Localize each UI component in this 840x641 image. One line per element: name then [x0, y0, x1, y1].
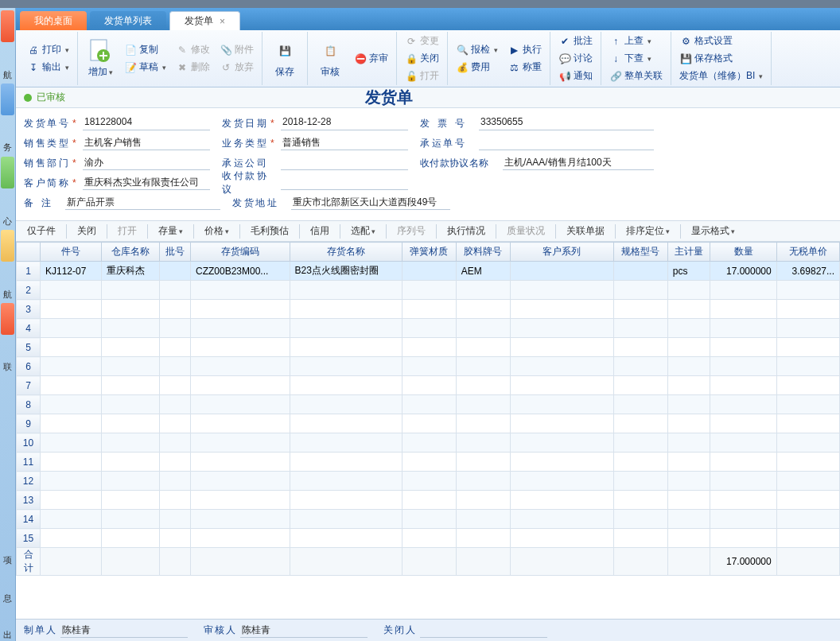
save-button[interactable]: 💾保存: [266, 32, 304, 85]
saletype-value[interactable]: 主机客户销售: [83, 136, 210, 150]
col-spec[interactable]: 规格型号: [613, 243, 667, 262]
nav-text-2[interactable]: 务: [1, 120, 14, 152]
biztype-value[interactable]: 普通销售: [281, 136, 408, 150]
col-custseries[interactable]: 客户系列: [510, 243, 613, 262]
export-button[interactable]: ↧输出: [24, 59, 72, 76]
nav-blue-item[interactable]: [1, 84, 14, 115]
open-button[interactable]: 🔓打开: [402, 68, 442, 85]
notify-button[interactable]: 📢通知: [555, 68, 596, 85]
shipaddr-value[interactable]: 重庆市北部新区天山大道西段49号: [291, 196, 450, 210]
table-row-empty[interactable]: 12: [17, 472, 840, 491]
nav-text-5[interactable]: 联: [1, 340, 14, 371]
table-row-empty[interactable]: 13: [17, 491, 840, 510]
discard-button[interactable]: ↺放弃: [216, 59, 257, 76]
tt-gross[interactable]: 毛利预估: [244, 223, 295, 240]
giveup-button[interactable]: ⛔弃审: [351, 50, 391, 68]
col-wh[interactable]: 仓库名称: [101, 243, 159, 262]
draft-button[interactable]: 📝草稿: [121, 59, 169, 76]
col-qty[interactable]: 数量: [710, 243, 776, 262]
tt-credit[interactable]: 信用: [304, 223, 336, 240]
nav-text-8[interactable]: 出: [1, 607, 14, 639]
attach-button[interactable]: 📎附件: [216, 41, 257, 59]
tt-onlysub[interactable]: 仅子件: [21, 223, 62, 240]
payagree-value[interactable]: [281, 176, 408, 190]
tt-close[interactable]: 关闭: [71, 223, 103, 240]
table-row-empty[interactable]: 11: [17, 453, 840, 472]
tab-desktop[interactable]: 我的桌面: [20, 11, 87, 30]
close-icon[interactable]: ×: [220, 16, 225, 27]
table-row-empty[interactable]: 6: [17, 357, 840, 376]
saveformat-button[interactable]: 💾保存格式: [676, 50, 766, 68]
nav-red-item[interactable]: [1, 10, 14, 42]
tt-display[interactable]: 显示格式: [685, 223, 741, 240]
cust-value[interactable]: 重庆科杰实业有限责任公司: [83, 176, 210, 190]
modify-button[interactable]: ✎修改: [173, 41, 213, 59]
fee-button[interactable]: 💰费用: [453, 59, 501, 76]
print-button[interactable]: 🖨打印: [24, 41, 72, 59]
tt-open[interactable]: 打开: [111, 223, 143, 240]
inspect-button[interactable]: 🔍报检: [453, 41, 501, 59]
col-invcode[interactable]: 存货编码: [190, 243, 290, 262]
nav-text-1[interactable]: 航: [1, 47, 14, 79]
grid-wrap[interactable]: 件号 仓库名称 批号 存货编码 存货名称 弹簧材质 胶料牌号 客户系列 规格型号…: [16, 242, 840, 619]
nav-red-item2[interactable]: [1, 303, 14, 335]
nav-green-item[interactable]: [1, 157, 14, 188]
nav-text-7[interactable]: 息: [1, 570, 14, 602]
table-row-empty[interactable]: 14: [17, 510, 840, 529]
closeop-button[interactable]: 🔒关闭: [402, 50, 442, 68]
table-row-empty[interactable]: 2: [17, 281, 840, 300]
lookdown-button[interactable]: ↓下查: [606, 50, 666, 68]
col-price[interactable]: 无税单价: [776, 243, 839, 262]
doctype-button[interactable]: 发货单（维修）BI: [676, 68, 766, 85]
tab-doc[interactable]: 发货单 ×: [169, 11, 240, 30]
dept-value[interactable]: 渝办: [83, 156, 210, 170]
nav-text-6[interactable]: 项: [1, 534, 14, 565]
tt-quality[interactable]: 质量状况: [500, 223, 551, 240]
execute-button[interactable]: ▶执行: [504, 41, 545, 59]
tt-mix[interactable]: 选配: [344, 223, 382, 240]
invoice-value[interactable]: 33350655: [479, 116, 654, 130]
copy-button[interactable]: 📄复制: [121, 41, 169, 59]
table-row-empty[interactable]: 3: [17, 300, 840, 319]
table-row-empty[interactable]: 5: [17, 338, 840, 357]
formatset-button[interactable]: ⚙格式设置: [676, 33, 766, 50]
col-partno[interactable]: 件号: [41, 243, 102, 262]
table-row[interactable]: 1KJ112-07重庆科杰CZZ00B23M00...B23点火线圈密封圈AEM…: [17, 262, 840, 281]
discuss-button[interactable]: 💬讨论: [555, 50, 596, 68]
tt-execstat[interactable]: 执行情况: [441, 223, 492, 240]
carryno-value[interactable]: [479, 136, 654, 150]
tt-seq[interactable]: 序列号: [391, 223, 432, 240]
linkall-button[interactable]: 🔗整单关联: [606, 68, 666, 85]
shipdate-value[interactable]: 2018-12-28: [281, 116, 408, 130]
col-lot[interactable]: 批号: [159, 243, 190, 262]
lookup-button[interactable]: ↑上查: [606, 33, 666, 50]
payname-value[interactable]: 主机/AAA/销售月结100天: [503, 156, 654, 170]
table-row-empty[interactable]: 15: [17, 529, 840, 548]
tab-list[interactable]: 发货单列表: [90, 11, 166, 30]
tt-stock[interactable]: 存量: [152, 223, 189, 240]
weigh-button[interactable]: ⚖称重: [504, 59, 545, 76]
col-spring[interactable]: 弹簧材质: [402, 243, 456, 262]
table-row-empty[interactable]: 7: [17, 376, 840, 395]
audit-button[interactable]: 📋审核: [311, 32, 349, 85]
table-row-empty[interactable]: 9: [17, 414, 840, 433]
tt-sort[interactable]: 排序定位: [620, 223, 676, 240]
remark-value[interactable]: 新产品开票: [65, 196, 220, 210]
nav-text-4[interactable]: 航: [1, 266, 14, 298]
col-uom[interactable]: 主计量: [667, 243, 710, 262]
col-invname[interactable]: 存货名称: [290, 243, 402, 262]
delete-button[interactable]: ✖删除: [173, 59, 213, 76]
tt-price[interactable]: 价格: [198, 223, 235, 240]
table-row-empty[interactable]: 8: [17, 395, 840, 414]
col-rubber[interactable]: 胶料牌号: [456, 243, 510, 262]
add-button[interactable]: 增加: [81, 32, 119, 85]
nav-yel-item[interactable]: [1, 230, 14, 262]
table-row-empty[interactable]: 4: [17, 319, 840, 338]
nav-text-3[interactable]: 心: [1, 193, 14, 225]
tt-related[interactable]: 关联单据: [560, 223, 611, 240]
carrier-value[interactable]: [281, 156, 408, 170]
approve-button[interactable]: ✔批注: [555, 33, 596, 50]
change-button[interactable]: ⟳变更: [402, 33, 442, 50]
shipno-value[interactable]: 181228004: [83, 116, 210, 130]
table-row-empty[interactable]: 10: [17, 433, 840, 453]
